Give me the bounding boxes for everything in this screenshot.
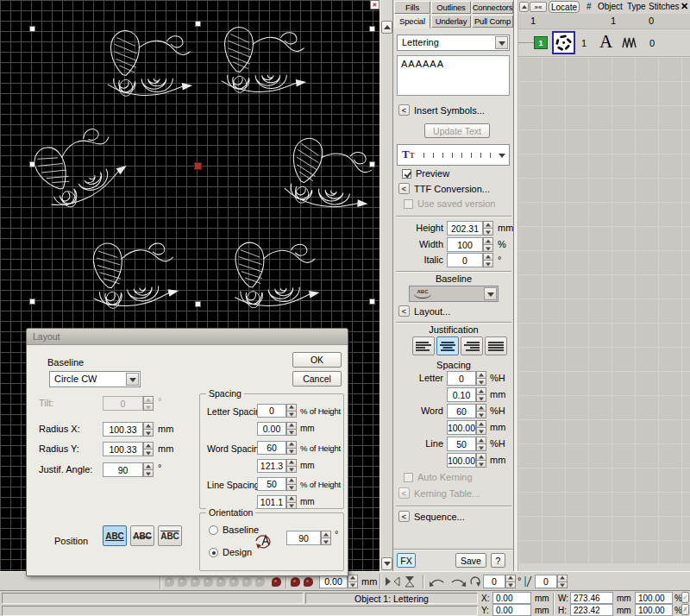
- selection-handle-mr[interactable]: [369, 161, 375, 167]
- skew-spinner[interactable]: [557, 575, 568, 588]
- height-field[interactable]: 202.31: [447, 221, 483, 236]
- word-pct-spinner[interactable]: [476, 404, 486, 418]
- word-spacing-mm-spinner[interactable]: [286, 459, 297, 473]
- line-pct-spinner[interactable]: [476, 437, 486, 451]
- radius-x-spinner[interactable]: [143, 422, 154, 437]
- spin-down[interactable]: [321, 537, 331, 545]
- justify-left-button[interactable]: [412, 336, 435, 355]
- fx-button[interactable]: FX: [397, 553, 416, 568]
- spin-down[interactable]: [557, 581, 568, 589]
- object-list-empty-area[interactable]: [518, 56, 690, 563]
- floating-toolbar-close[interactable]: ✕: [370, 0, 380, 9]
- h-field[interactable]: 223.42: [570, 604, 613, 616]
- height-spinner[interactable]: [483, 221, 493, 236]
- spin-down[interactable]: [286, 466, 297, 474]
- ok-button[interactable]: OK: [292, 352, 342, 368]
- line-mm-field[interactable]: 100.00: [447, 453, 476, 468]
- sequence-button[interactable]: Sequence...: [414, 512, 465, 522]
- spin-down[interactable]: [143, 449, 154, 456]
- flip-vertical-button[interactable]: [404, 575, 416, 589]
- spin-down[interactable]: [348, 581, 358, 589]
- collapse-panel-button[interactable]: [519, 2, 529, 12]
- y-field[interactable]: 0.00: [492, 604, 531, 616]
- baseline-combo[interactable]: ABC: [409, 286, 499, 302]
- embroidery-design-3[interactable]: [11, 112, 139, 231]
- chevron-down-icon[interactable]: [484, 287, 497, 300]
- letter-spacing-mm-field[interactable]: 0.00: [257, 422, 286, 436]
- stitch-tool-icon-11[interactable]: [304, 577, 313, 587]
- chevron-down-icon[interactable]: [495, 148, 508, 162]
- word-spacing-mm-field[interactable]: 121.3: [257, 459, 286, 473]
- stitch-tool-icon-1[interactable]: [165, 577, 174, 587]
- stitch-tool-icon-2[interactable]: [178, 577, 187, 587]
- auto-kerning-checkbox[interactable]: [404, 473, 413, 482]
- tab-underlay[interactable]: Underlay: [431, 15, 471, 28]
- line-spacing-pct-spinner[interactable]: [286, 477, 297, 491]
- letter-pct-field[interactable]: 0: [447, 371, 476, 386]
- flip-horizontal-button[interactable]: [385, 575, 400, 589]
- position-baseline-above-button[interactable]: ABC: [158, 525, 182, 546]
- justify-center-button[interactable]: [436, 336, 459, 355]
- spin-down[interactable]: [505, 581, 516, 589]
- spin-down[interactable]: [476, 394, 486, 402]
- letter-mm-field[interactable]: 0.10: [447, 387, 476, 402]
- word-mm-field[interactable]: 100.00: [447, 420, 476, 435]
- tab-connectors[interactable]: Connectors: [472, 1, 513, 14]
- cancel-button[interactable]: Cancel: [292, 371, 342, 387]
- selection-handle-bl[interactable]: [29, 299, 35, 305]
- x-field[interactable]: 0.00: [492, 592, 531, 604]
- dialog-title-bar[interactable]: Layout: [27, 329, 348, 345]
- stitch-tool-icon-4[interactable]: [204, 577, 213, 587]
- spin-down[interactable]: [286, 429, 297, 437]
- chevron-down-icon[interactable]: [126, 373, 139, 386]
- embroidery-design-6[interactable]: [216, 233, 323, 321]
- stitch-tool-icon-3[interactable]: [191, 577, 200, 587]
- canvas-vscrollbar[interactable]: [380, 0, 392, 571]
- tab-pull-comp[interactable]: Pull Comp: [472, 15, 513, 28]
- selection-handle-ml[interactable]: [29, 161, 35, 167]
- scroll-up-button[interactable]: [381, 21, 392, 34]
- word-mm-spinner[interactable]: [476, 420, 486, 435]
- word-pct-field[interactable]: 60: [447, 404, 476, 418]
- orientation-baseline-radio[interactable]: [209, 525, 218, 535]
- sequence-collapse-button[interactable]: <: [398, 511, 410, 522]
- line-spacing-mm-field[interactable]: 101.1: [257, 495, 286, 509]
- letter-mm-spinner[interactable]: [476, 387, 486, 402]
- radius-y-spinner[interactable]: [143, 442, 154, 456]
- letter-spacing-mm-spinner[interactable]: [286, 422, 297, 436]
- column-header-object[interactable]: Object: [598, 2, 623, 11]
- spin-down[interactable]: [483, 228, 493, 236]
- tilt-spinner[interactable]: [143, 396, 154, 411]
- stitch-tool-icon-5[interactable]: [216, 577, 226, 587]
- justify-right-button[interactable]: [461, 336, 483, 355]
- justif-angle-field[interactable]: 90: [103, 462, 143, 477]
- spin-down[interactable]: [143, 429, 154, 437]
- rotate-reset-button[interactable]: [469, 575, 481, 589]
- help-button[interactable]: ?: [491, 553, 505, 568]
- offset-spinner[interactable]: [348, 575, 358, 588]
- line-pct-field[interactable]: 50: [447, 437, 476, 451]
- object-row[interactable]: 1 1 A 0: [518, 29, 690, 56]
- width-spinner[interactable]: [483, 237, 493, 252]
- italic-spinner[interactable]: [483, 253, 493, 267]
- letter-spacing-pct-spinner[interactable]: [286, 404, 297, 418]
- kerning-table-collapse-button[interactable]: <: [398, 487, 410, 499]
- save-button[interactable]: Save: [455, 553, 486, 568]
- layout-collapse-button[interactable]: <: [398, 305, 410, 317]
- rotate-cw-button[interactable]: [449, 575, 467, 589]
- use-saved-version-checkbox[interactable]: [404, 199, 413, 209]
- chevron-down-icon[interactable]: [495, 36, 508, 49]
- letter-pct-spinner[interactable]: [476, 371, 486, 386]
- selection-handle-bm[interactable]: [195, 301, 201, 307]
- ttf-conversion-collapse-button[interactable]: <: [398, 183, 410, 194]
- line-mm-spinner[interactable]: [476, 453, 486, 468]
- stitch-tool-icon-8[interactable]: [255, 577, 265, 587]
- spin-down[interactable]: [143, 469, 154, 477]
- tilt-field[interactable]: 0: [103, 396, 143, 411]
- spin-down[interactable]: [286, 448, 297, 456]
- radius-y-field[interactable]: 100.33: [103, 442, 143, 456]
- tab-special[interactable]: Special: [394, 14, 430, 28]
- column-header-stitches[interactable]: Stitches: [649, 2, 680, 11]
- rotate-angle-field[interactable]: 0: [483, 575, 505, 588]
- rotate-ccw-button[interactable]: [429, 575, 446, 589]
